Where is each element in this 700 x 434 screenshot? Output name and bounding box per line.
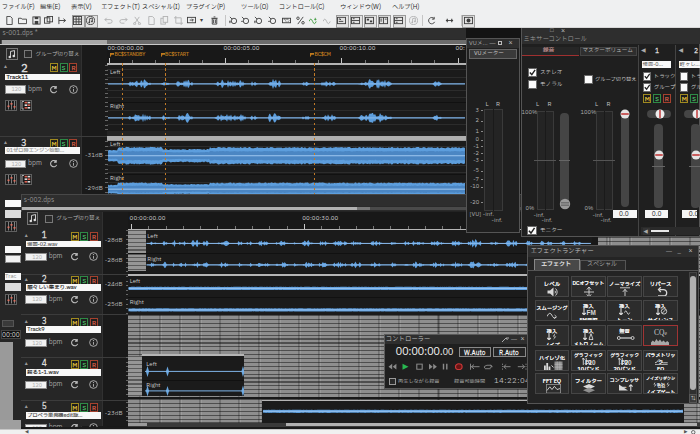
svg-text:20: 20 bbox=[625, 358, 633, 365]
svg-text:10: 10 bbox=[589, 358, 597, 365]
svg-text:FM: FM bbox=[586, 309, 595, 315]
svg-text:dB: dB bbox=[658, 382, 666, 387]
